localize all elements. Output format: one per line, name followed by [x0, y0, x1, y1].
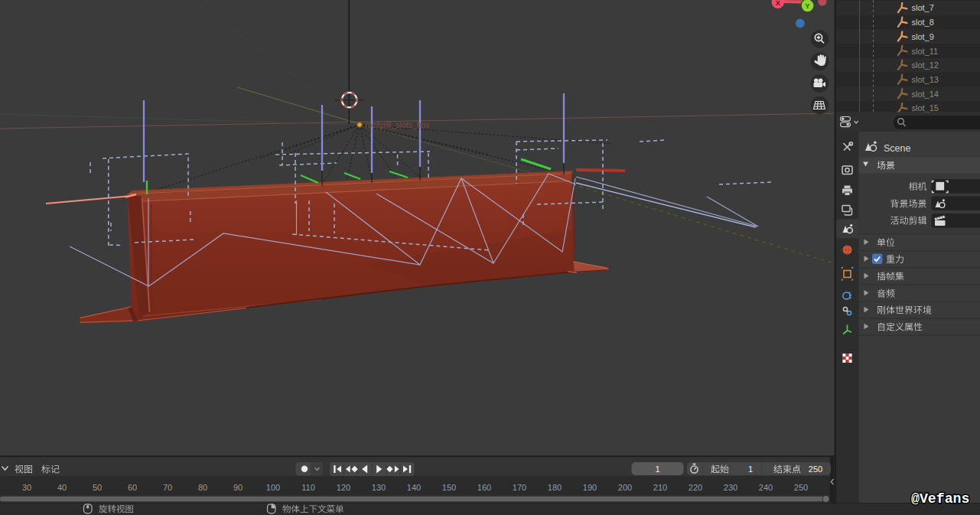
svg-text:Y: Y: [806, 2, 810, 10]
svg-text:210: 210: [653, 483, 667, 492]
svg-text:140: 140: [407, 483, 421, 492]
svg-text:1: 1: [748, 464, 753, 474]
svg-text:1: 1: [655, 464, 659, 474]
svg-text:slot_11: slot_11: [912, 47, 939, 56]
svg-text:250: 250: [794, 483, 808, 492]
svg-text:130: 130: [372, 483, 386, 492]
svg-text:X: X: [776, 0, 780, 7]
svg-text:@Vefans: @Vefans: [911, 491, 969, 507]
svg-text:80: 80: [198, 483, 207, 492]
svg-text:slot_9: slot_9: [912, 32, 934, 41]
svg-text:150: 150: [442, 483, 456, 492]
svg-text:60: 60: [128, 483, 137, 492]
svg-text:roofgrill_slots_box: roofgrill_slots_box: [365, 120, 430, 129]
svg-text:200: 200: [618, 483, 632, 492]
svg-text:Scene: Scene: [884, 143, 910, 154]
svg-text:160: 160: [477, 483, 491, 492]
svg-text:slot_13: slot_13: [912, 75, 939, 84]
svg-text:slot_7: slot_7: [912, 3, 934, 12]
svg-text:70: 70: [163, 483, 172, 492]
svg-text:240: 240: [759, 483, 773, 492]
svg-text:50: 50: [93, 483, 102, 492]
svg-text:190: 190: [583, 483, 597, 492]
svg-text:slot_8: slot_8: [912, 18, 934, 27]
svg-text:30: 30: [22, 483, 31, 492]
svg-text:230: 230: [724, 483, 737, 492]
svg-text:120: 120: [337, 483, 350, 492]
svg-text:180: 180: [548, 483, 562, 492]
svg-text:100: 100: [266, 483, 280, 492]
svg-text:110: 110: [301, 483, 315, 492]
svg-text:220: 220: [689, 483, 702, 492]
svg-text:170: 170: [513, 483, 526, 492]
svg-text:90: 90: [233, 483, 243, 492]
svg-text:slot_14: slot_14: [912, 90, 939, 99]
svg-text:slot_12: slot_12: [912, 60, 939, 70]
svg-text:40: 40: [57, 483, 67, 492]
svg-text:slot_15: slot_15: [912, 103, 939, 112]
svg-text:250: 250: [809, 464, 822, 474]
